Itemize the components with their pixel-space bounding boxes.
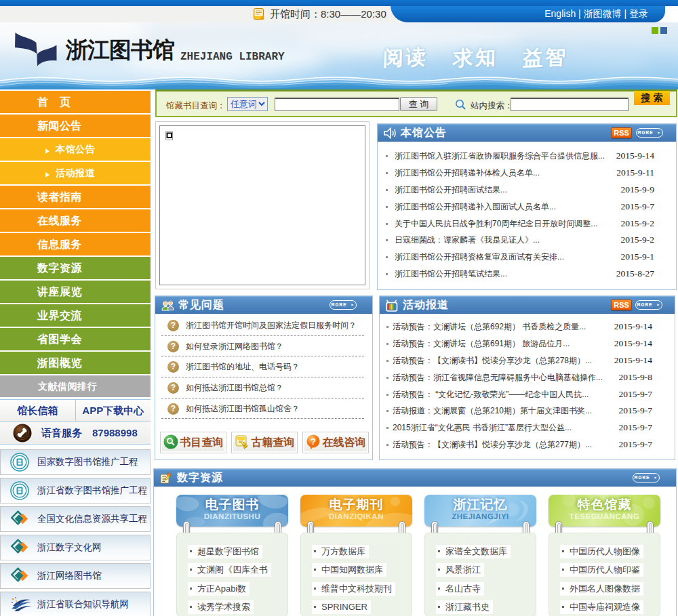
svg-text:?: ? [311, 436, 316, 447]
